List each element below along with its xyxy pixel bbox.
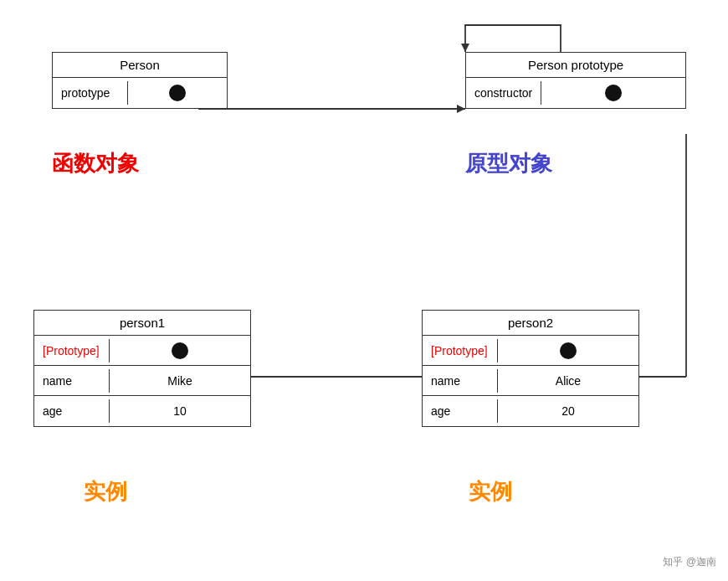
person1-proto-key: [Prototype] <box>34 339 110 362</box>
person2-name-val: Alice <box>498 369 638 393</box>
person2-title: person2 <box>423 311 638 336</box>
person1-title: person1 <box>34 311 250 336</box>
person1-age-val: 10 <box>110 399 250 423</box>
person-box: Person prototype <box>52 52 228 109</box>
person2-proto-key: [Prototype] <box>423 339 498 362</box>
person-prototype-val <box>128 80 227 106</box>
person1-age-key: age <box>34 399 110 423</box>
person1-name-row: name Mike <box>34 366 250 396</box>
diagram-container: Person prototype 函数对象 Person prototype c… <box>0 0 728 581</box>
person2-name-row: name Alice <box>423 366 638 396</box>
person1-name-key: name <box>34 369 110 393</box>
person2-age-key: age <box>423 399 498 423</box>
constructor-val <box>541 80 685 106</box>
function-object-label: 函数对象 <box>52 149 139 178</box>
person1-proto-dot <box>172 342 188 359</box>
instance1-label: 实例 <box>84 477 127 506</box>
person2-proto-row: [Prototype] <box>423 336 638 366</box>
person1-name-val: Mike <box>110 369 250 393</box>
person2-age-val: 20 <box>498 399 638 423</box>
instance2-label: 实例 <box>469 477 512 506</box>
person2-name-key: name <box>423 369 498 393</box>
person2-age-row: age 20 <box>423 396 638 426</box>
constructor-row: constructor <box>466 78 685 108</box>
prototype-object-label: 原型对象 <box>465 149 552 178</box>
constructor-key: constructor <box>466 81 541 105</box>
svg-marker-0 <box>461 44 469 52</box>
person-prototype-dot <box>169 85 186 101</box>
constructor-dot <box>605 85 622 101</box>
person1-box: person1 [Prototype] name Mike age 10 <box>33 310 251 427</box>
svg-marker-2 <box>457 105 465 113</box>
watermark: 知乎 @迦南 <box>663 555 716 569</box>
person1-proto-val <box>110 337 250 364</box>
person-prototype-key: prototype <box>53 81 128 105</box>
person-prototype-box: Person prototype constructor <box>465 52 686 109</box>
person2-box: person2 [Prototype] name Alice age 20 <box>422 310 639 427</box>
person-box-title: Person <box>53 53 227 78</box>
person1-age-row: age 10 <box>34 396 250 426</box>
person-prototype-box-title: Person prototype <box>466 53 685 78</box>
person2-proto-val <box>498 337 638 364</box>
person2-proto-dot <box>560 342 577 359</box>
person1-proto-row: [Prototype] <box>34 336 250 366</box>
person-prototype-row: prototype <box>53 78 227 108</box>
